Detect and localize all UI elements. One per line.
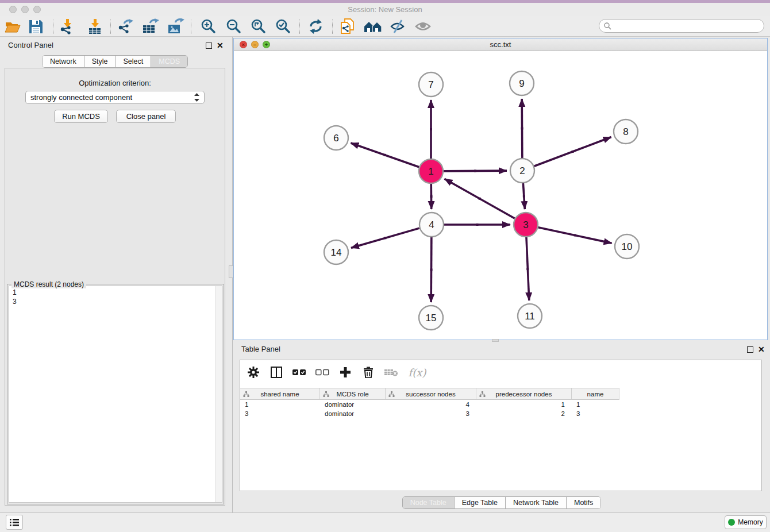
- table-cell[interactable]: dominator: [320, 400, 386, 409]
- show-all-button[interactable]: [413, 17, 433, 36]
- graph-node-14[interactable]: 14: [324, 240, 348, 264]
- node-label: 9: [519, 78, 524, 89]
- graph-node-7[interactable]: 7: [419, 72, 443, 97]
- optimization-criterion-select[interactable]: strongly connected component: [25, 91, 205, 104]
- zoom-fit-button[interactable]: [248, 17, 268, 36]
- zoom-fit-icon: [251, 19, 266, 34]
- result-scrollbar[interactable]: [215, 286, 222, 502]
- graph-node-1[interactable]: 1: [419, 159, 443, 183]
- table-cell[interactable]: 1: [572, 400, 619, 409]
- tab-network[interactable]: Network: [43, 56, 84, 67]
- zoom-selected-button[interactable]: [272, 17, 293, 36]
- edge-handle: [521, 127, 523, 129]
- save-session-button[interactable]: [25, 17, 46, 36]
- table-deselect-all-button[interactable]: [315, 365, 330, 380]
- table-row[interactable]: 3dominator323: [240, 409, 761, 418]
- close-panel-button[interactable]: Close panel: [116, 110, 176, 123]
- node-label: 11: [525, 311, 535, 322]
- graph-node-3[interactable]: 3: [514, 213, 538, 237]
- control-panel-tabs: NetworkStyleSelectMCDS: [0, 55, 230, 68]
- memory-button[interactable]: Memory: [725, 515, 767, 529]
- network-canvas[interactable]: 1234678910111415: [234, 51, 767, 340]
- tab-motifs[interactable]: Motifs: [567, 497, 600, 508]
- search-input[interactable]: [614, 21, 764, 30]
- table-cell[interactable]: 1: [476, 400, 572, 409]
- control-panel-float-button[interactable]: [206, 43, 212, 49]
- search-field[interactable]: [599, 19, 764, 33]
- import-table-button[interactable]: [84, 17, 105, 36]
- task-history-button[interactable]: [6, 515, 23, 530]
- export-table-icon: [142, 18, 159, 34]
- control-panel-close-button[interactable]: ✕: [217, 43, 224, 49]
- table-cell[interactable]: dominator: [320, 409, 386, 418]
- node-label: 15: [426, 313, 437, 323]
- graph-node-15[interactable]: 15: [419, 306, 443, 330]
- table-add-column-button[interactable]: [338, 365, 353, 380]
- table-header-row: shared nameMCDS rolesuccessor nodesprede…: [240, 388, 619, 400]
- table-cell[interactable]: 3: [386, 409, 476, 418]
- refresh-layout-button[interactable]: [305, 17, 326, 36]
- mcds-result-textarea[interactable]: 1 3: [9, 286, 222, 503]
- tab-style[interactable]: Style: [84, 56, 116, 67]
- import-network-icon: [59, 18, 75, 34]
- edge-handle: [526, 268, 529, 270]
- table-cell[interactable]: 3: [240, 409, 320, 418]
- graph-node-6[interactable]: 6: [324, 126, 348, 150]
- table-split-view-button[interactable]: [269, 365, 284, 380]
- tab-node-table[interactable]: Node Table: [403, 497, 455, 508]
- tab-network-table[interactable]: Network Table: [506, 497, 567, 508]
- edge-handle: [430, 269, 433, 271]
- horizontal-splitter-handle[interactable]: [492, 339, 499, 342]
- table-cell[interactable]: 1: [240, 400, 320, 409]
- edge-handle: [523, 195, 525, 198]
- zoom-out-button[interactable]: [223, 17, 244, 36]
- table-delete-column-button[interactable]: [361, 365, 376, 380]
- column-header-MCDS-role[interactable]: MCDS role: [320, 388, 386, 400]
- table-cell[interactable]: 2: [476, 409, 572, 418]
- node-label: 8: [623, 126, 628, 137]
- column-header-shared-name[interactable]: shared name: [240, 388, 320, 400]
- table-panel-close-button[interactable]: ✕: [758, 346, 765, 353]
- gear-icon: [248, 367, 259, 378]
- eye-icon: [415, 20, 431, 33]
- network-window-titlebar: × − + scc.txt: [234, 38, 767, 51]
- mcds-result-text: 1 3: [9, 286, 215, 502]
- table-function-builder-button[interactable]: f(x): [407, 365, 428, 380]
- table-select-all-button[interactable]: [292, 365, 307, 380]
- first-neighbors-button[interactable]: [363, 17, 383, 36]
- import-network-button[interactable]: [57, 17, 78, 36]
- export-network-button[interactable]: [115, 17, 136, 36]
- column-header-predecessor-nodes[interactable]: predecessor nodes: [476, 388, 572, 400]
- graph-node-8[interactable]: 8: [614, 119, 638, 144]
- column-header-name[interactable]: name: [572, 388, 619, 400]
- list-icon: [10, 519, 19, 526]
- toolbar-separator: [110, 20, 111, 34]
- network-from-selection-button[interactable]: [337, 17, 357, 36]
- table-cell[interactable]: 4: [386, 400, 476, 409]
- table-row[interactable]: 1dominator411: [240, 400, 761, 409]
- zoom-in-button[interactable]: [198, 17, 218, 36]
- column-header-successor-nodes[interactable]: successor nodes: [386, 388, 476, 400]
- graph-node-4[interactable]: 4: [419, 213, 444, 237]
- open-file-button[interactable]: [2, 17, 23, 36]
- select-arrows-icon: [194, 93, 199, 102]
- table-cell[interactable]: 3: [572, 409, 619, 418]
- run-mcds-button[interactable]: Run MCDS: [54, 110, 108, 123]
- import-table-icon: [87, 18, 103, 34]
- tab-select[interactable]: Select: [116, 56, 152, 67]
- edge-handle: [430, 195, 432, 198]
- graph-node-10[interactable]: 10: [615, 234, 639, 259]
- graph-node-9[interactable]: 9: [510, 71, 534, 95]
- table-panel-float-button[interactable]: [747, 346, 753, 353]
- graph-node-11[interactable]: 11: [518, 304, 542, 328]
- export-table-button[interactable]: [140, 17, 161, 36]
- tab-edge-table[interactable]: Edge Table: [455, 497, 506, 508]
- table-delete-table-button[interactable]: [384, 365, 399, 380]
- tab-mcds[interactable]: MCDS: [151, 56, 187, 67]
- vertical-splitter-handle[interactable]: [229, 265, 233, 278]
- graph-node-2[interactable]: 2: [510, 159, 534, 183]
- export-image-button[interactable]: [165, 17, 186, 36]
- table-settings-button[interactable]: [246, 365, 261, 380]
- node-label: 3: [523, 219, 528, 230]
- hide-selected-button[interactable]: [387, 17, 408, 36]
